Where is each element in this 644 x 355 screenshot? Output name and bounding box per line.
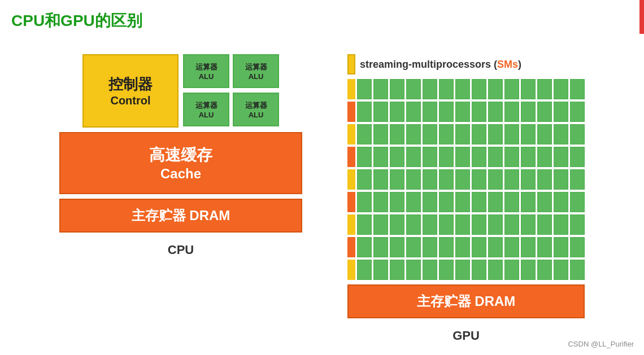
gpu-cell: [537, 169, 552, 190]
sm-label-prefix: streaming-multiprocessors (: [360, 59, 497, 70]
gpu-row-accent: [347, 192, 355, 212]
gpu-cell: [455, 147, 470, 167]
gpu-cell: [504, 237, 519, 257]
gpu-row-accent: [347, 237, 355, 257]
gpu-cell: [488, 214, 503, 235]
gpu-cell: [554, 192, 568, 212]
gpu-cell: [373, 147, 388, 167]
gpu-cells: [357, 124, 585, 144]
control-block: 控制器 Control: [82, 54, 179, 128]
gpu-cell: [504, 214, 519, 235]
gpu-cell: [439, 102, 454, 122]
sm-label-text: streaming-multiprocessors (SMs): [355, 59, 521, 71]
gpu-cell: [488, 192, 503, 212]
gpu-cell: [423, 79, 437, 99]
gpu-cell: [488, 169, 503, 190]
alu-block-3: 运算器 ALU: [183, 93, 229, 126]
gpu-cell: [423, 260, 437, 280]
cpu-diagram-label: CPU: [168, 243, 194, 257]
gpu-cell: [423, 214, 437, 235]
gpu-cell: [554, 102, 568, 122]
gpu-cell: [439, 214, 454, 235]
gpu-cell: [423, 192, 437, 212]
gpu-cell: [472, 124, 486, 144]
alu-zh-2: 运算器: [245, 62, 267, 72]
gpu-cell: [537, 102, 552, 122]
cache-label-en: Cache: [160, 166, 201, 182]
alu-block-4: 运算器 ALU: [233, 93, 279, 126]
gpu-row-accent: [347, 102, 355, 122]
gpu-cell: [488, 237, 503, 257]
gpu-cell: [390, 124, 404, 144]
gpu-cell: [406, 169, 421, 190]
gpu-cell: [455, 79, 470, 99]
gpu-cell: [537, 192, 552, 212]
gpu-cell: [373, 237, 388, 257]
watermark: CSDN @LL_Purifier: [568, 340, 634, 348]
gpu-cell: [357, 79, 372, 99]
alu-zh-3: 运算器: [195, 100, 217, 111]
gpu-cell: [439, 237, 454, 257]
gpu-cell: [455, 169, 470, 190]
gpu-cell: [570, 147, 585, 167]
gpu-cell: [554, 79, 568, 99]
gpu-dram-block: 主存贮器 DRAM: [347, 284, 585, 318]
gpu-cell: [357, 102, 372, 122]
gpu-cell: [537, 237, 552, 257]
gpu-cell: [488, 260, 503, 280]
gpu-cell: [521, 79, 536, 99]
gpu-cell: [554, 124, 568, 144]
gpu-cell: [472, 102, 486, 122]
gpu-diagram: streaming-multiprocessors (SMs) 主存贮器 DRA…: [347, 54, 585, 343]
gpu-cell: [373, 102, 388, 122]
gpu-cell: [439, 192, 454, 212]
gpu-cell: [521, 147, 536, 167]
gpu-cell: [455, 214, 470, 235]
gpu-row-accent: [347, 260, 355, 280]
gpu-grid-area: [347, 79, 585, 280]
gpu-cell: [554, 214, 568, 235]
gpu-dram-label: 主存贮器 DRAM: [417, 292, 516, 310]
alu-block-1: 运算器 ALU: [183, 54, 229, 88]
gpu-cell: [390, 102, 404, 122]
gpu-cell: [570, 169, 585, 190]
gpu-cell: [537, 214, 552, 235]
gpu-cell: [455, 124, 470, 144]
gpu-cell: [390, 237, 404, 257]
gpu-cell: [537, 260, 552, 280]
control-label-en: Control: [110, 94, 150, 107]
gpu-row: [347, 237, 585, 257]
gpu-row-accent: [347, 79, 355, 99]
gpu-cell: [570, 237, 585, 257]
gpu-cell: [554, 169, 568, 190]
gpu-row-accent: [347, 169, 355, 190]
gpu-cell: [537, 79, 552, 99]
gpu-cell: [390, 192, 404, 212]
gpu-cell: [373, 169, 388, 190]
gpu-cells: [357, 169, 585, 190]
gpu-cell: [504, 79, 519, 99]
gpu-cell: [472, 192, 486, 212]
cpu-top-section: 控制器 Control 运算器 ALU 运算器 ALU 运算器 ALU 运算: [82, 54, 279, 128]
gpu-cell: [570, 102, 585, 122]
gpu-cell: [521, 260, 536, 280]
gpu-cell: [423, 237, 437, 257]
gpu-diagram-label: GPU: [452, 328, 480, 343]
gpu-cell: [472, 260, 486, 280]
gpu-row: [347, 124, 585, 144]
gpu-cells: [357, 260, 585, 280]
gpu-cell: [488, 102, 503, 122]
gpu-row-accent: [347, 214, 355, 235]
gpu-cell: [455, 102, 470, 122]
main-content: 控制器 Control 运算器 ALU 运算器 ALU 运算器 ALU 运算: [0, 43, 644, 354]
gpu-cell: [455, 260, 470, 280]
gpu-cell: [521, 169, 536, 190]
gpu-cell: [521, 214, 536, 235]
sm-label-close: ): [518, 59, 521, 70]
gpu-row: [347, 102, 585, 122]
gpu-cell: [504, 192, 519, 212]
cpu-diagram: 控制器 Control 运算器 ALU 运算器 ALU 运算器 ALU 运算: [59, 54, 302, 257]
gpu-row: [347, 169, 585, 190]
gpu-cell: [390, 169, 404, 190]
gpu-cell: [357, 147, 372, 167]
